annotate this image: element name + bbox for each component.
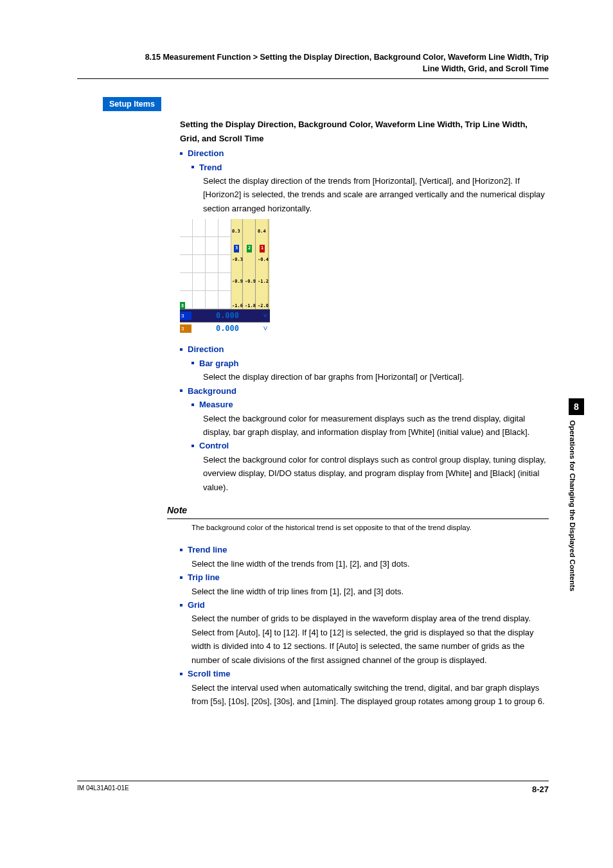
figure-scale-tick: -1.2 xyxy=(258,278,269,286)
bargraph-body: Select the display direction of bar grap… xyxy=(203,370,549,384)
figure-readout-row: 30.000V xyxy=(180,309,270,322)
page-header: 8.15 Measurement Function > Setting the … xyxy=(77,51,549,79)
figure-scale-tick: -0.3 xyxy=(232,256,243,264)
figure-scale-tick: 0.4 xyxy=(258,228,266,236)
control-body: Select the background color for control … xyxy=(203,453,549,494)
page-number: 8-27 xyxy=(532,784,549,794)
figure-readout-unit: V xyxy=(263,311,270,321)
chapter-number: 8 xyxy=(569,398,584,415)
main-content: Setting the Display Direction, Backgroun… xyxy=(180,118,549,708)
note-label: Note xyxy=(167,503,549,519)
item-control: Control xyxy=(191,439,549,452)
figure-grid-area: 3 xyxy=(180,219,231,309)
figure-scale-column: 2-0.9-1.8 xyxy=(244,219,256,309)
figure-scale-tick: -0.9 xyxy=(232,278,243,286)
figure-scale-area: 30.3-0.3-0.9-1.62-0.9-1.810.4-0.4-1.2-2.… xyxy=(231,219,270,309)
horizon2-figure: 3 30.3-0.3-0.9-1.62-0.9-1.810.4-0.4-1.2-… xyxy=(180,219,549,335)
item-direction-2: Direction xyxy=(180,342,549,356)
measure-body: Select the background color for measurem… xyxy=(203,412,549,439)
item-measure: Measure xyxy=(191,398,549,411)
figure-readout-unit: V xyxy=(263,324,270,333)
figure-scale-column: 10.4-0.4-1.2-2.0 xyxy=(257,219,269,309)
figure-readout-label: 3 xyxy=(180,324,191,333)
item-trip-line: Trip line xyxy=(180,571,549,584)
figure-readout-area: 30.000V30.000V xyxy=(180,309,270,335)
item-direction-1: Direction xyxy=(180,146,549,160)
figure-channel-tag: 1 xyxy=(260,245,265,252)
chapter-side-tab: 8 Operations for Changing the Displayed … xyxy=(569,398,584,662)
grid-body: Select the number of grids to be display… xyxy=(191,612,549,667)
note-block: Note The background color of the histori… xyxy=(167,503,549,534)
figure-scale-tick: 0.3 xyxy=(232,228,240,236)
item-bargraph: Bar graph xyxy=(191,357,549,370)
trend-body: Select the display direction of the tren… xyxy=(203,174,549,215)
item-trend-line: Trend line xyxy=(180,543,549,556)
page-footer: IM 04L31A01-01E 8-27 xyxy=(77,781,549,794)
trend-line-body: Select the line width of the trends from… xyxy=(191,557,549,571)
figure-readout-label: 3 xyxy=(180,312,191,320)
trip-line-body: Select the line width of trip lines from… xyxy=(191,585,549,598)
figure-scale-tick: -0.4 xyxy=(258,256,269,264)
figure-readout-value: 0.000 xyxy=(191,310,263,323)
chapter-title: Operations for Changing the Displayed Co… xyxy=(569,415,576,659)
figure-readout-row: 30.000V xyxy=(180,322,270,335)
doc-id: IM 04L31A01-01E xyxy=(77,784,129,794)
header-line-1: 8.15 Measurement Function > Setting the … xyxy=(77,51,549,63)
item-grid: Grid xyxy=(180,598,549,612)
figure-corner-tag: 3 xyxy=(180,302,185,310)
section-title: Setting the Display Direction, Backgroun… xyxy=(180,118,549,145)
figure-scale-column: 30.3-0.3-0.9-1.6 xyxy=(231,219,243,309)
item-scroll-time: Scroll time xyxy=(180,667,549,680)
figure-channel-tag: 3 xyxy=(234,245,239,252)
note-text: The background color of the historical t… xyxy=(191,522,549,534)
figure-channel-tag: 2 xyxy=(247,245,252,252)
scroll-body: Select the interval used when automatica… xyxy=(191,681,549,709)
item-background: Background xyxy=(180,384,549,398)
figure-readout-value: 0.000 xyxy=(191,323,263,335)
setup-items-badge: Setup Items xyxy=(103,97,161,111)
header-line-2: Line Width, Grid, and Scroll Time xyxy=(77,63,549,75)
figure-scale-tick: -0.9 xyxy=(245,278,256,286)
item-trend: Trend xyxy=(191,161,549,174)
